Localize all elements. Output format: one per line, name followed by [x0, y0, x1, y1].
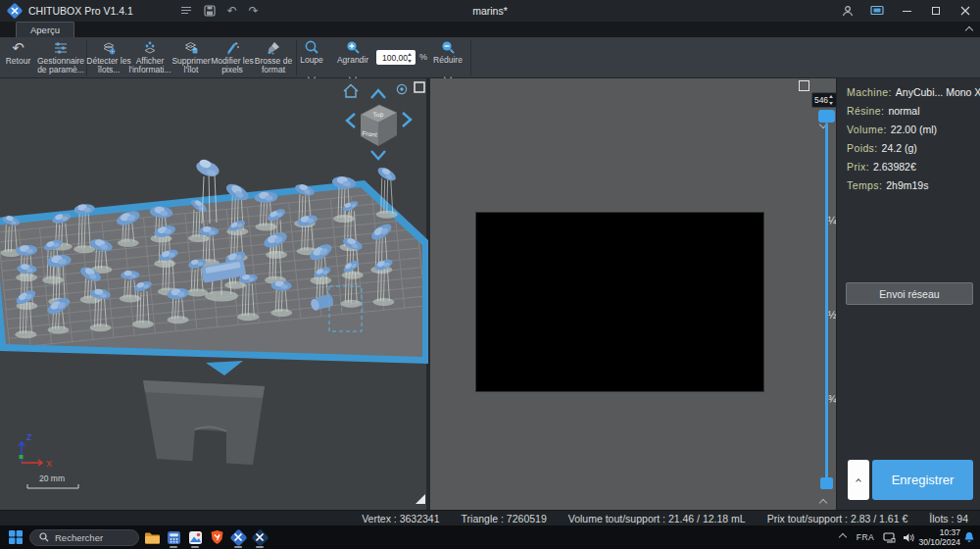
info-row-poids: Poids:24.2 (g): [847, 142, 976, 161]
rotate-down-icon[interactable]: [371, 151, 385, 159]
status-prix: Prix tout/support : 2.83 / 1.61 €: [767, 513, 908, 524]
slice-image: [475, 212, 764, 392]
zoom-in-icon: [345, 39, 362, 56]
volume-icon[interactable]: [900, 525, 917, 549]
save-icon[interactable]: [204, 5, 216, 17]
sliders-icon: [53, 39, 69, 57]
info-row-machine: Machine:AnyCubi... Mono X: [847, 86, 976, 105]
zoom-in-button[interactable]: Agrandir: [333, 39, 372, 76]
chitubox-pro-icon[interactable]: [251, 528, 269, 546]
undo-icon[interactable]: ↶: [227, 4, 237, 18]
retour-button[interactable]: ↶ Retour: [0, 39, 36, 76]
printer-stand: [143, 380, 265, 467]
taskbar-search-input[interactable]: Rechercher: [29, 529, 139, 546]
delete-island-button[interactable]: Supprimer l'îlot: [171, 39, 212, 76]
viewport-3d[interactable]: Top Front: [0, 78, 428, 510]
svg-text:20 mm: 20 mm: [39, 474, 65, 483]
edit-pixels-button[interactable]: Modifier les pixels: [212, 39, 253, 76]
ribbon-collapse-icon[interactable]: [962, 25, 976, 36]
axis-z-label: Z: [26, 432, 32, 442]
zoom-percent-input[interactable]: 100,00: [376, 50, 416, 65]
screen-cast-icon[interactable]: [862, 0, 892, 22]
preview-maximize-icon[interactable]: [799, 80, 809, 91]
layers-delete-icon: [183, 39, 199, 57]
ribbon-tab-row: Aperçu: [0, 22, 980, 37]
brave-browser-icon[interactable]: [208, 528, 225, 546]
language-indicator[interactable]: FRA: [853, 525, 878, 549]
redo-icon[interactable]: ↷: [249, 4, 259, 18]
status-ilots: Îlots : 94: [929, 513, 968, 524]
notification-bell-icon[interactable]: [960, 525, 978, 549]
zoom-out-icon: [440, 39, 457, 56]
magnifier-icon: [304, 39, 320, 56]
search-icon: [39, 532, 49, 542]
view-cube[interactable]: Top Front: [347, 90, 411, 159]
brush-icon: [266, 39, 281, 57]
status-triangle: Triangle : 7260519: [462, 513, 547, 524]
file-explorer-icon[interactable]: [143, 528, 161, 546]
info-row-resine: Résine:normal: [847, 105, 976, 124]
network-display-icon[interactable]: [880, 525, 898, 549]
viewport-resize-grip[interactable]: [416, 494, 425, 504]
chitubox-window: CHITUBOX Pro V1.4.1 ↶ ↷ marins* Aperçu: [0, 0, 980, 549]
layer-slider-handle-bottom[interactable]: [820, 477, 833, 489]
photos-app-icon[interactable]: [186, 528, 204, 546]
minimize-button[interactable]: [892, 0, 921, 22]
status-vertex: Vertex : 3632341: [362, 513, 439, 524]
scale-bar: 20 mm: [27, 474, 78, 488]
titlebar: CHITUBOX Pro V1.4.1 ↶ ↷ marins*: [0, 0, 980, 22]
parameter-manager-button[interactable]: Gestionnaire de paramè...: [36, 39, 85, 76]
chitubox-basic-icon[interactable]: [229, 528, 247, 546]
layer-slider-track[interactable]: [825, 123, 828, 487]
loupe-button[interactable]: Loupe: [292, 39, 331, 76]
show-island-info-button[interactable]: Afficher l'informati...: [129, 39, 171, 76]
calculator-app-icon[interactable]: [165, 528, 182, 546]
viewport-maximize-icon[interactable]: [415, 82, 424, 92]
start-button[interactable]: [8, 529, 24, 545]
save-button[interactable]: Enregistrer: [872, 460, 973, 500]
print-info-panel: Machine:AnyCubi... Mono X Résine:normal …: [836, 78, 980, 510]
axis-indicator: Z X: [19, 432, 52, 469]
rotate-left-icon[interactable]: [347, 114, 355, 127]
zoom-stepper[interactable]: [408, 51, 415, 64]
perspective-toggle-icon[interactable]: [397, 84, 406, 93]
info-row-temps: Temps:2h9m19s: [847, 179, 976, 198]
layer-number-input[interactable]: 546: [811, 92, 837, 108]
save-options-button[interactable]: [848, 460, 869, 500]
app-title: CHITUBOX Pro V1.4.1: [28, 5, 133, 17]
status-volume: Volume tout/support : 21.46 / 12.18 mL: [568, 513, 746, 524]
close-button[interactable]: [951, 0, 980, 22]
info-row-prix: Prix:2.63982€: [847, 161, 976, 179]
detect-islands-button[interactable]: Détecter les îlots...: [88, 39, 129, 76]
windows-taskbar: Rechercher FRA: [0, 525, 980, 549]
scene-3d: Top Front: [0, 78, 428, 510]
tray-expand-icon[interactable]: [835, 525, 851, 549]
slice-preview-viewport[interactable]: 546 ¼ ½ ¾: [430, 78, 836, 510]
pixel-pen-icon: [224, 39, 240, 57]
layers-detect-icon: [101, 39, 117, 57]
zoom-out-button[interactable]: Réduire: [428, 39, 467, 76]
rotate-right-icon[interactable]: [403, 113, 411, 126]
account-icon[interactable]: [833, 0, 862, 22]
axis-x-label: X: [46, 459, 52, 469]
home-view-icon[interactable]: [344, 85, 358, 98]
statusbar: Vertex : 3632341 Triangle : 7260519 Volu…: [0, 510, 980, 525]
main-area: Top Front: [0, 78, 980, 510]
layer-stepper[interactable]: [829, 94, 835, 106]
info-row-volume: Volume:22.00 (ml): [847, 124, 976, 142]
layers-info-icon: [142, 39, 158, 57]
format-brush-button[interactable]: Brosse de format: [253, 39, 294, 76]
plate-front-marker: [206, 361, 243, 375]
toolbar: ↶ Retour Gestionnaire de paramè... Détec…: [0, 37, 980, 78]
rotate-up-icon[interactable]: [371, 90, 385, 98]
restore-button[interactable]: [921, 0, 951, 22]
layer-step-up-icon[interactable]: [820, 492, 826, 510]
layer-slider-handle-top[interactable]: [818, 110, 835, 123]
chitubox-logo-icon: [8, 4, 22, 18]
zoom-percent-unit: %: [419, 52, 427, 62]
tab-apercu[interactable]: Aperçu: [16, 22, 74, 37]
task-list-icon[interactable]: [180, 5, 192, 17]
clock[interactable]: 10:37 30/10/2024: [917, 525, 960, 549]
network-send-button[interactable]: Envoi réseau: [846, 282, 973, 305]
undo-arrow-icon: ↶: [12, 39, 24, 57]
